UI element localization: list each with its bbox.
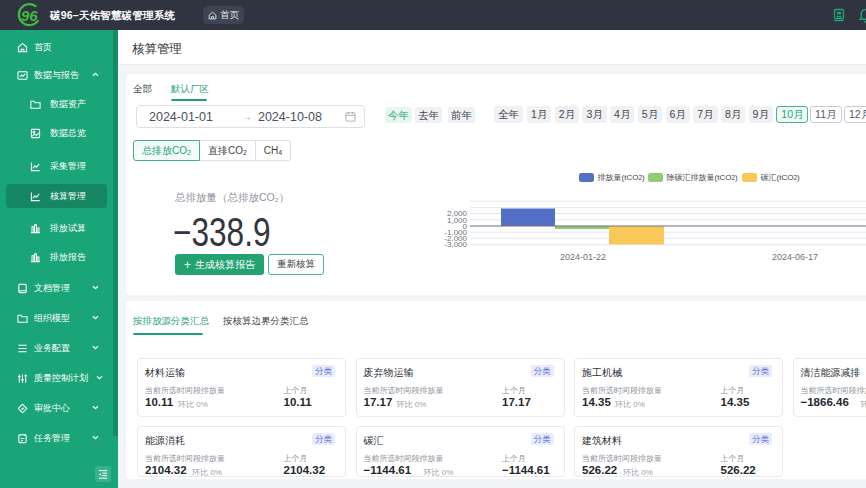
svg-text:2024-06-17: 2024-06-17	[772, 252, 818, 262]
svg-text:2024-01-22: 2024-01-22	[560, 252, 606, 262]
svg-text:96: 96	[21, 7, 38, 24]
svg-text:-3,000: -3,000	[444, 240, 467, 249]
